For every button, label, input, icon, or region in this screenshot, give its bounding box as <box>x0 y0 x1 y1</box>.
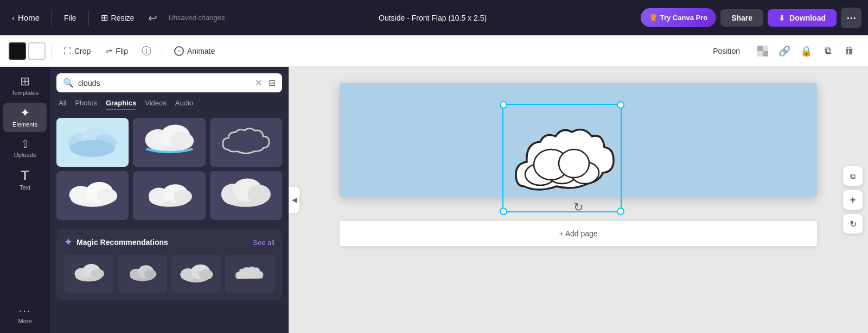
svg-point-8 <box>71 140 114 156</box>
info-button[interactable]: ⓘ <box>137 41 156 61</box>
svg-point-20 <box>173 190 192 204</box>
handle-bottom-left[interactable] <box>500 208 507 215</box>
svg-point-32 <box>144 269 157 278</box>
graphic-item-5[interactable] <box>133 171 205 220</box>
see-all-button[interactable]: See all <box>253 238 275 247</box>
text-icon: T <box>21 169 29 182</box>
animate-icon: ○ <box>174 46 184 56</box>
delete-button[interactable]: 🗑 <box>840 41 859 61</box>
flip-button[interactable]: ⇌ Flip <box>99 43 135 59</box>
home-button[interactable]: ‹ Home <box>7 10 45 26</box>
crop-label: Crop <box>74 47 91 55</box>
transparency-button[interactable] <box>753 41 773 61</box>
copy-to-page-button[interactable]: ⧉ <box>843 166 863 186</box>
cloud-icon-5 <box>141 176 199 215</box>
sidebar-item-templates[interactable]: ⊞ Templates <box>3 71 47 100</box>
cloud-icon-2 <box>141 123 199 162</box>
search-bar: 🔍 ✕ ⊟ <box>56 73 282 92</box>
link-button[interactable]: 🔗 <box>775 41 794 61</box>
flip-icon: ⇌ <box>106 47 112 55</box>
search-input[interactable] <box>78 79 251 87</box>
rotate-canvas-button[interactable]: ↻ <box>843 214 863 234</box>
handle-bottom-right[interactable] <box>617 208 624 215</box>
tab-audio[interactable]: Audio <box>175 99 193 110</box>
graphic-item-4[interactable] <box>56 171 129 220</box>
position-button[interactable]: Position <box>706 43 746 59</box>
animate-button[interactable]: ○ Animate <box>168 43 221 59</box>
sidebar-item-elements[interactable]: ✦ Elements <box>3 103 47 132</box>
lock-button[interactable]: 🔒 <box>796 41 816 61</box>
toolbar: ⛶ Crop ⇌ Flip ⓘ ○ Animate Position 🔗 🔒 ⧉… <box>0 35 868 67</box>
share-button[interactable]: Share <box>720 9 763 27</box>
svg-point-36 <box>199 269 213 280</box>
magic-item-3[interactable] <box>171 255 221 293</box>
filter-tabs: All Photos Graphics Videos Audio <box>56 99 282 110</box>
download-button[interactable]: ⇓ Download <box>768 9 837 27</box>
elements-icon: ✦ <box>20 107 30 119</box>
download-label: Download <box>789 14 826 22</box>
canvas-cloud-element[interactable] <box>508 110 616 208</box>
hide-panel-button[interactable]: ◀ <box>289 187 299 213</box>
file-button[interactable]: File <box>59 10 82 26</box>
graphic-item-1[interactable] <box>56 118 129 167</box>
graphic-item-3[interactable] <box>210 118 282 167</box>
copy-button[interactable]: ⧉ <box>818 41 838 61</box>
search-filter-button[interactable]: ⊟ <box>269 78 276 88</box>
handle-top-right[interactable] <box>617 101 624 109</box>
tab-videos[interactable]: Videos <box>145 99 167 110</box>
color-swatch-black[interactable] <box>9 42 26 60</box>
cloud-icon-3 <box>217 123 275 162</box>
canvas-frame <box>340 83 817 197</box>
magic-rec-header: ✦ Magic Recommendations See all <box>64 236 275 248</box>
top-header: ‹ Home File ⊞ Resize ↩ Unsaved changes O… <box>0 0 868 35</box>
svg-rect-1 <box>763 51 768 56</box>
crop-button[interactable]: ⛶ Crop <box>57 43 97 59</box>
resize-icon: ⊞ <box>101 12 108 23</box>
magic-cloud-2 <box>125 262 160 286</box>
search-clear-button[interactable]: ✕ <box>255 78 262 88</box>
more-icon: ··· <box>19 305 31 316</box>
sidebar-item-text[interactable]: T Text <box>3 165 47 195</box>
tab-photos[interactable]: Photos <box>75 99 97 110</box>
cloud-icon-6 <box>217 176 275 215</box>
magic-item-2[interactable] <box>118 255 167 293</box>
main-layout: ⊞ Templates ✦ Elements ⇧ Uploads T Text … <box>0 67 868 333</box>
magic-cloud-1 <box>71 262 106 286</box>
resize-label: Resize <box>111 14 135 22</box>
doc-title: Outside - Front Flap (10.5 x 2.5) <box>229 14 636 22</box>
search-icon: 🔍 <box>63 78 74 88</box>
magic-rec-title: ✦ Magic Recommendations <box>64 236 168 248</box>
animate-label: Animate <box>187 47 215 55</box>
toolbar-divider-2 <box>162 43 162 59</box>
nav-divider-2 <box>88 10 89 26</box>
magic-star-icon: ✦ <box>64 236 72 248</box>
magic-recommendations-section: ✦ Magic Recommendations See all <box>56 229 282 300</box>
add-page-button[interactable]: + Add page <box>340 221 817 246</box>
graphic-item-6[interactable] <box>210 171 282 220</box>
sidebar-item-uploads[interactable]: ⇧ Uploads <box>3 134 47 162</box>
color-swatch-white[interactable] <box>28 42 46 60</box>
try-canva-button[interactable]: ♛ Try Canva Pro <box>641 8 716 27</box>
unsaved-label: Unsaved changes <box>168 14 225 22</box>
magic-item-1[interactable] <box>64 255 113 293</box>
chevron-left-icon: ‹ <box>12 13 15 22</box>
sidebar-item-more[interactable]: ··· More <box>3 300 47 329</box>
svg-point-16 <box>97 189 117 204</box>
toolbar-divider-1 <box>51 43 52 59</box>
tab-graphics[interactable]: Graphics <box>106 99 136 110</box>
magic-item-4[interactable] <box>225 255 275 293</box>
resize-button[interactable]: ⊞ Resize <box>95 9 140 26</box>
checkerboard-icon <box>757 46 768 56</box>
right-tools: ⧉ + ↻ <box>843 166 863 234</box>
download-icon: ⇓ <box>778 14 785 22</box>
svg-point-41 <box>559 149 589 178</box>
crown-icon: ♛ <box>649 12 657 23</box>
more-options-button[interactable]: ⋯ <box>841 8 861 28</box>
graphic-item-2[interactable] <box>133 118 205 167</box>
add-element-button[interactable]: + <box>843 190 863 210</box>
undo-button[interactable]: ↩ <box>144 9 162 27</box>
handle-top-left[interactable] <box>500 101 507 109</box>
sidebar-uploads-label: Uploads <box>14 152 36 158</box>
tab-all[interactable]: All <box>59 99 66 110</box>
svg-rect-2 <box>763 46 768 51</box>
